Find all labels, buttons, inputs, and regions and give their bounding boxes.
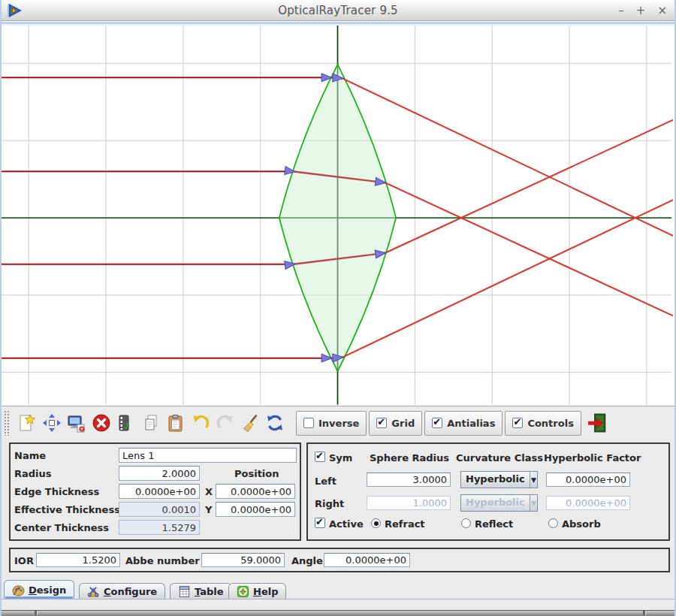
palette-icon <box>12 584 25 596</box>
tab-help[interactable]: Help <box>228 583 286 599</box>
refresh-button[interactable] <box>264 411 288 436</box>
antialias-checkbox[interactable] <box>432 418 442 428</box>
active-label: Active <box>329 518 364 530</box>
copy-icon <box>141 413 161 433</box>
exit-button[interactable] <box>586 411 611 436</box>
controls-label: Controls <box>527 418 573 429</box>
tab-configure[interactable]: Configure <box>79 583 165 599</box>
radius-label: Radius <box>14 468 52 479</box>
tab-table-label: Table <box>195 586 224 597</box>
paste-button[interactable] <box>164 411 189 436</box>
splitter-notch[interactable] <box>35 611 38 615</box>
svg-text:♪: ♪ <box>124 418 130 431</box>
reflect-radio[interactable] <box>461 518 471 528</box>
inverse-checkbox[interactable] <box>303 418 314 428</box>
right-label: Right <box>315 498 344 509</box>
edge-thickness-input[interactable] <box>119 484 200 499</box>
close-button[interactable]: × <box>657 3 667 18</box>
center-thickness-field <box>119 520 200 535</box>
tab-table[interactable]: Table <box>170 583 232 599</box>
controls-checkbox[interactable] <box>512 418 523 428</box>
toggle-inverse[interactable]: Inverse <box>296 411 367 436</box>
clear-icon <box>240 413 260 433</box>
name-input[interactable] <box>119 448 297 463</box>
configure-icon <box>87 585 100 598</box>
hyperbolic-factor-header: Hyperbolic Factor <box>544 452 635 464</box>
window-bottom-edge[interactable] <box>2 610 674 616</box>
antialias-label: Antialias <box>447 418 495 429</box>
delete-lens-button[interactable] <box>90 411 115 436</box>
tab-configure-label: Configure <box>104 586 157 597</box>
paste-icon <box>166 413 186 433</box>
ior-label: IOR <box>14 555 34 566</box>
left-sphere-radius-input[interactable] <box>367 473 451 487</box>
grid-checkbox[interactable] <box>376 418 387 428</box>
tab-help-label: Help <box>253 586 278 597</box>
toggle-grid[interactable]: Grid <box>369 411 422 436</box>
export-display-button[interactable] <box>65 411 90 436</box>
effective-thickness-field <box>119 502 200 517</box>
undo-button[interactable] <box>189 411 214 436</box>
abbe-number-input[interactable] <box>201 553 285 567</box>
center-view-button[interactable] <box>41 411 65 436</box>
refract-radio[interactable] <box>371 518 381 528</box>
tab-design[interactable]: Design <box>4 580 74 599</box>
radius-input[interactable] <box>119 466 200 481</box>
toggle-antialias[interactable]: Antialias <box>424 411 502 436</box>
x-label: X <box>205 486 213 497</box>
right-sphere-radius-input <box>367 496 451 510</box>
animation-button[interactable]: ♪ <box>115 411 140 436</box>
name-label: Name <box>14 450 46 461</box>
maximize-button[interactable]: + <box>636 3 646 18</box>
y-label: Y <box>205 504 212 515</box>
angle-label: Angle <box>291 555 323 566</box>
chevron-down-icon[interactable]: ▼ <box>530 472 537 488</box>
new-lens-icon <box>17 413 37 433</box>
chevron-down-icon: ▼ <box>530 495 537 511</box>
x-position-input[interactable] <box>216 484 295 499</box>
center-view-icon <box>42 413 62 433</box>
active-checkbox[interactable] <box>315 518 325 528</box>
edge-thickness-label: Edge Thickness <box>14 486 99 497</box>
redo-button[interactable] <box>214 411 239 436</box>
left-label: Left <box>315 476 336 487</box>
app-window: OpticalRayTracer 9.5 – + × <box>0 0 676 616</box>
left-curvature-dropdown[interactable]: Hyperbolic ▼ <box>460 471 538 488</box>
title-bar[interactable]: OpticalRayTracer 9.5 – + × <box>2 0 674 21</box>
right-curvature-dropdown: Hyperbolic ▼ <box>460 494 538 512</box>
tab-design-label: Design <box>29 584 66 596</box>
animation-icon: ♪ <box>116 413 136 433</box>
clear-button[interactable] <box>239 411 264 436</box>
toolbar: ♪ <box>2 406 674 439</box>
position-label: Position <box>234 468 279 479</box>
refresh-icon <box>265 413 285 433</box>
absorb-radio[interactable] <box>548 518 558 528</box>
toolbar-grip[interactable] <box>4 410 10 436</box>
minimize-button[interactable]: – <box>618 3 624 18</box>
abbe-number-label: Abbe number <box>125 555 200 566</box>
redo-icon <box>216 413 235 433</box>
refract-label: Refract <box>385 518 425 530</box>
angle-input[interactable] <box>324 553 410 567</box>
inverse-label: Inverse <box>318 418 359 429</box>
right-curvature-value: Hyperbolic <box>461 495 530 511</box>
reflect-label: Reflect <box>475 518 513 530</box>
delete-lens-icon <box>92 413 111 433</box>
ior-input[interactable] <box>36 553 120 567</box>
effective-thickness-label: Effective Thickness <box>14 504 120 515</box>
toggle-controls[interactable]: Controls <box>505 411 581 436</box>
undo-icon <box>191 413 210 433</box>
curvature-class-header: Curvature Class <box>456 452 542 464</box>
sphere-radius-header: Sphere Radius <box>365 452 454 464</box>
ray-trace-canvas[interactable] <box>2 21 674 406</box>
center-thickness-label: Center Thickness <box>14 522 109 533</box>
left-hyperbolic-input[interactable] <box>546 473 630 487</box>
sym-label: Sym <box>329 452 352 464</box>
y-position-input[interactable] <box>216 502 295 517</box>
new-lens-button[interactable] <box>16 411 41 436</box>
splitter-notch[interactable] <box>643 611 646 615</box>
help-icon <box>237 585 249 598</box>
copy-button[interactable] <box>140 411 164 436</box>
left-curvature-value: Hyperbolic <box>461 472 530 488</box>
sym-checkbox[interactable] <box>315 451 325 462</box>
